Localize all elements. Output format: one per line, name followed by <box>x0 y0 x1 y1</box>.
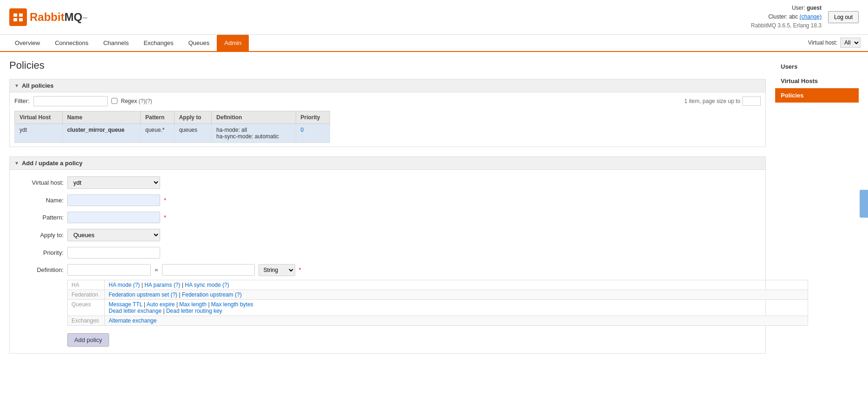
cell-virtual-host: ydt <box>15 123 63 142</box>
priority-form-input[interactable] <box>67 247 160 258</box>
cluster-label: Cluster: <box>768 13 789 20</box>
col-priority: Priority <box>296 111 330 123</box>
auto-expire-link[interactable]: Auto expire <box>147 301 175 308</box>
fed-hint: (?) <box>235 291 242 298</box>
sidebar-policies[interactable]: Policies <box>775 88 859 103</box>
fed-set-hint: (?) <box>170 291 177 298</box>
scroll-hint[interactable] <box>860 190 868 218</box>
virtual-host-label: Virtual host: <box>808 39 837 46</box>
max-length-link[interactable]: Max length <box>179 301 207 308</box>
nav-channels[interactable]: Channels <box>96 35 136 51</box>
cell-priority: 0 <box>296 123 330 142</box>
add-policy-button[interactable]: Add policy <box>67 333 109 347</box>
table-row: ydt cluster_mirror_queue queue.* queues … <box>15 123 330 142</box>
filter-input[interactable] <box>33 96 108 106</box>
alternate-exchange-link[interactable]: Alternate exchange <box>109 317 156 324</box>
col-name: Name <box>62 111 140 123</box>
pattern-form-input[interactable]: queue.* <box>67 212 160 223</box>
svg-rect-0 <box>13 13 17 17</box>
all-policies-title: All policies <box>22 82 54 89</box>
virtual-host-select[interactable]: All <box>840 38 861 48</box>
cell-apply-to: queues <box>174 123 211 142</box>
cluster-name: abc <box>789 13 798 20</box>
user-name: guest <box>807 5 822 11</box>
logout-button[interactable]: Log out <box>828 11 859 23</box>
all-policies-header[interactable]: ▼ All policies <box>9 79 766 92</box>
policies-table: Virtual Host Name Pattern Apply to Defin… <box>14 111 330 143</box>
svg-rect-2 <box>13 18 17 21</box>
sidebar-users[interactable]: Users <box>775 59 859 74</box>
definition-form-label: Definition: <box>17 266 64 273</box>
cluster-change-link[interactable]: (change) <box>800 13 822 20</box>
definition-value-input[interactable] <box>162 264 255 276</box>
user-info: User: guest Cluster: abc (change) Rabbit… <box>751 4 822 31</box>
ha-sync-mode-link[interactable]: HA sync mode <box>185 282 220 288</box>
apply-to-form-select[interactable]: Queues Exchanges All <box>67 229 160 241</box>
user-label: User: <box>792 5 807 11</box>
col-virtual-host: Virtual Host <box>15 111 63 123</box>
help-links-table: HA HA mode (?) | HA params (?) | HA sync… <box>67 280 808 326</box>
name-form-label: Name: <box>17 197 64 204</box>
nav-connections[interactable]: Connections <box>47 35 96 51</box>
nav-exchanges[interactable]: Exchanges <box>136 35 181 51</box>
dead-letter-exchange-link[interactable]: Dead letter exchange <box>109 308 162 314</box>
page-info: 1 item, page size up to <box>684 98 740 104</box>
vhost-form-label: Virtual host: <box>17 179 64 186</box>
svg-rect-3 <box>19 18 23 21</box>
collapse-arrow: ▼ <box>14 83 19 88</box>
priority-form-label: Priority: <box>17 249 64 256</box>
ha-mode-hint: (?) <box>133 282 140 288</box>
page-size-input[interactable]: 100 <box>742 97 761 106</box>
message-ttl-link[interactable]: Message TTL <box>109 301 143 308</box>
logo: RabbitMQ™ <box>9 8 88 26</box>
all-policies-section: ▼ All policies Filter: Regex (?)(?) 1 it… <box>9 79 766 147</box>
pattern-form-label: Pattern: <box>17 214 64 221</box>
add-collapse-arrow: ▼ <box>14 161 19 166</box>
equals-sign: = <box>155 266 158 273</box>
apply-to-form-label: Apply to: <box>17 232 64 239</box>
max-length-bytes-link[interactable]: Max length bytes <box>211 301 253 308</box>
definition-key-input[interactable] <box>67 264 151 276</box>
federation-upstream-set-link[interactable]: Federation upstream set <box>109 291 169 298</box>
cell-name[interactable]: cluster_mirror_queue <box>62 123 140 142</box>
add-policy-section: ▼ Add / update a policy Virtual host: yd… <box>9 156 766 354</box>
col-definition: Definition <box>212 111 296 123</box>
sidebar-virtual-hosts[interactable]: Virtual Hosts <box>775 74 859 88</box>
def-line1: ha-mode: all <box>216 127 247 133</box>
definition-required: * <box>299 266 301 273</box>
add-policy-header[interactable]: ▼ Add / update a policy <box>9 156 766 169</box>
nav-overview[interactable]: Overview <box>7 35 47 51</box>
cell-definition: ha-mode: all ha-sync-mode: automatic <box>212 123 296 142</box>
add-policy-title: Add / update a policy <box>22 160 83 167</box>
definition-type-select[interactable]: String Number Boolean List <box>259 264 295 276</box>
federation-category: Federation <box>68 290 105 299</box>
name-required: * <box>164 197 166 204</box>
nav-admin[interactable]: Admin <box>217 35 249 51</box>
dead-letter-routing-key-link[interactable]: Dead letter routing key <box>166 308 222 314</box>
exchanges-category: Exchanges <box>68 316 105 325</box>
regex-checkbox[interactable] <box>111 98 117 104</box>
name-form-input[interactable]: trace-log <box>67 194 160 206</box>
nav-queues[interactable]: Queues <box>181 35 217 51</box>
svg-rect-1 <box>19 13 23 17</box>
ha-params-link[interactable]: HA params <box>144 282 172 288</box>
ha-mode-link[interactable]: HA mode <box>109 282 131 288</box>
pattern-required: * <box>164 214 166 221</box>
logo-text: RabbitMQ™ <box>30 11 88 24</box>
def-line2: ha-sync-mode: automatic <box>216 133 279 140</box>
vhost-form-select[interactable]: ydt <box>67 176 160 189</box>
ha-category: HA <box>68 280 105 290</box>
cell-pattern: queue.* <box>140 123 174 142</box>
col-pattern: Pattern <box>140 111 174 123</box>
federation-upstream-link[interactable]: Federation upstream <box>182 291 233 298</box>
filter-label: Filter: <box>14 97 30 104</box>
version-info: RabbitMQ 3.6.5, Erlang 18.3 <box>751 22 822 29</box>
col-apply-to: Apply to <box>174 111 211 123</box>
ha-params-hint: (?) <box>174 282 181 288</box>
queues-category: Queues <box>68 299 105 316</box>
regex-label: Regex (?)(?) <box>121 98 152 104</box>
page-title: Policies <box>9 59 766 71</box>
ha-sync-mode-hint: (?) <box>222 282 229 288</box>
